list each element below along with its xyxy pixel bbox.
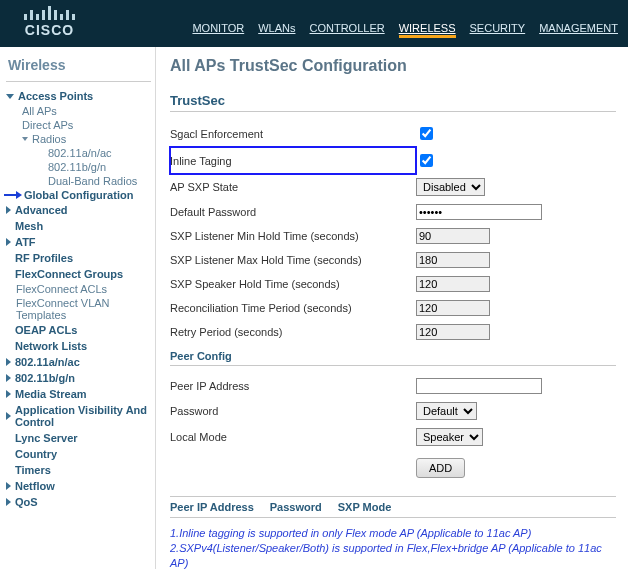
- retry-period-label: Retry Period (seconds): [170, 320, 416, 344]
- nav-wireless[interactable]: WIRELESS: [399, 22, 456, 38]
- chevron-right-icon: [6, 206, 11, 214]
- nav-controller[interactable]: CONTROLLER: [309, 22, 384, 38]
- chevron-right-icon: [6, 238, 11, 246]
- main-content: All APs TrustSec Configuration TrustSec …: [156, 47, 628, 569]
- sidebar-item-mesh[interactable]: Mesh: [6, 218, 151, 234]
- chevron-down-icon: [6, 94, 14, 99]
- sidebar-item-app-visibility[interactable]: Application Visibility And Control: [6, 402, 151, 430]
- sidebar-sub-radio-dual[interactable]: Dual-Band Radios: [48, 174, 151, 188]
- peer-password-select[interactable]: Default: [416, 402, 477, 420]
- sxp-min-hold-input[interactable]: [416, 228, 490, 244]
- chevron-right-icon: [6, 374, 11, 382]
- peer-config-form: Peer IP Address Password Default Local M…: [170, 374, 548, 482]
- chevron-right-icon: [6, 390, 11, 398]
- sidebar-item-lync[interactable]: Lync Server: [6, 430, 151, 446]
- chevron-right-icon: [6, 358, 11, 366]
- section-trustsec: TrustSec: [170, 93, 616, 112]
- ap-sxp-state-select[interactable]: Disabled: [416, 178, 485, 196]
- sidebar-item-country[interactable]: Country: [6, 446, 151, 462]
- peer-ip-input[interactable]: [416, 378, 542, 394]
- sidebar-item-access-points[interactable]: Access Points: [6, 88, 151, 104]
- inline-tagging-label: Inline Taging: [170, 147, 416, 174]
- peer-table-header: Peer IP Address Password SXP Mode: [170, 496, 616, 518]
- sxp-max-hold-label: SXP Listener Max Hold Time (seconds): [170, 248, 416, 272]
- chevron-right-icon: [6, 498, 11, 506]
- chevron-right-icon: [6, 482, 11, 490]
- retry-period-input[interactable]: [416, 324, 490, 340]
- nav-wlans[interactable]: WLANs: [258, 22, 295, 38]
- sxp-speaker-hold-input[interactable]: [416, 276, 490, 292]
- sidebar-sub-global-config[interactable]: Global Configuration: [24, 188, 133, 202]
- sgacl-label: Sgacl Enforcement: [170, 120, 416, 147]
- inline-tagging-checkbox[interactable]: [420, 154, 433, 167]
- nav-monitor[interactable]: MONITOR: [192, 22, 244, 38]
- sidebar-item-rf-profiles[interactable]: RF Profiles: [6, 250, 151, 266]
- sidebar-item-media-stream[interactable]: Media Stream: [6, 386, 151, 402]
- sidebar-item-80211b[interactable]: 802.11b/g/n: [6, 370, 151, 386]
- sidebar-item-label: RF Profiles: [15, 252, 73, 264]
- column-password: Password: [270, 501, 322, 513]
- sidebar-item-qos[interactable]: QoS: [6, 494, 151, 510]
- sidebar-item-label: Lync Server: [15, 432, 78, 444]
- brand-text: CISCO: [25, 22, 74, 38]
- sidebar-item-label: Radios: [32, 133, 66, 145]
- sidebar-item-label: ATF: [15, 236, 36, 248]
- chevron-down-icon: [22, 137, 28, 141]
- sidebar-item-label: Mesh: [15, 220, 43, 232]
- sidebar-item-label: Country: [15, 448, 57, 460]
- sidebar-item-label: Media Stream: [15, 388, 87, 400]
- column-sxp-mode: SXP Mode: [338, 501, 392, 513]
- footnote-1: 1.Inline tagging is supported in only Fl…: [170, 526, 616, 541]
- sxp-min-hold-label: SXP Listener Min Hold Time (seconds): [170, 224, 416, 248]
- local-mode-select[interactable]: Speaker: [416, 428, 483, 446]
- sidebar: Wireless Access Points All APs Direct AP…: [0, 47, 156, 569]
- default-password-input[interactable]: [416, 204, 542, 220]
- brand-logo: CISCO: [0, 2, 85, 44]
- sidebar-sub-radio-a[interactable]: 802.11a/n/ac: [48, 146, 151, 160]
- sidebar-sub-all-aps[interactable]: All APs: [22, 104, 151, 118]
- sgacl-checkbox[interactable]: [420, 127, 433, 140]
- local-mode-label: Local Mode: [170, 424, 416, 450]
- sidebar-item-80211a[interactable]: 802.11a/n/ac: [6, 354, 151, 370]
- sidebar-item-network-lists[interactable]: Network Lists: [6, 338, 151, 354]
- ap-sxp-state-label: AP SXP State: [170, 174, 416, 200]
- sidebar-item-label: 802.11a/n/ac: [15, 356, 80, 368]
- sxp-speaker-hold-label: SXP Speaker Hold Time (seconds): [170, 272, 416, 296]
- sidebar-sub-flex-acls[interactable]: FlexConnect ACLs: [16, 282, 151, 296]
- sidebar-item-atf[interactable]: ATF: [6, 234, 151, 250]
- sidebar-title: Wireless: [6, 53, 151, 82]
- sidebar-item-netflow[interactable]: Netflow: [6, 478, 151, 494]
- sidebar-item-timers[interactable]: Timers: [6, 462, 151, 478]
- chevron-right-icon: [6, 412, 11, 420]
- sidebar-sub-radio-b[interactable]: 802.11b/g/n: [48, 160, 151, 174]
- sidebar-item-oeap-acls[interactable]: OEAP ACLs: [6, 322, 151, 338]
- sidebar-sub-flex-vlan[interactable]: FlexConnect VLAN Templates: [16, 296, 151, 322]
- trustsec-form: Sgacl Enforcement Inline Taging AP SXP S…: [170, 120, 548, 344]
- footnotes: 1.Inline tagging is supported in only Fl…: [170, 526, 616, 569]
- sidebar-item-label: QoS: [15, 496, 38, 508]
- sidebar-sub-direct-aps[interactable]: Direct APs: [22, 118, 151, 132]
- top-nav: MONITOR WLANs CONTROLLER WIRELESS SECURI…: [192, 22, 628, 44]
- sidebar-sub-radios[interactable]: Radios: [22, 132, 151, 146]
- footnote-2: 2.SXPv4(Listener/Speaker/Both) is suppor…: [170, 541, 616, 569]
- nav-management[interactable]: MANAGEMENT: [539, 22, 618, 38]
- cisco-bars-icon: [24, 6, 75, 20]
- sidebar-item-label: Timers: [15, 464, 51, 476]
- nav-security[interactable]: SECURITY: [470, 22, 526, 38]
- sxp-max-hold-input[interactable]: [416, 252, 490, 268]
- sidebar-item-label: Application Visibility And Control: [15, 404, 151, 428]
- reconciliation-input[interactable]: [416, 300, 490, 316]
- svg-marker-1: [16, 191, 22, 199]
- reconciliation-label: Reconciliation Time Period (seconds): [170, 296, 416, 320]
- add-button[interactable]: ADD: [416, 458, 465, 478]
- peer-password-label: Password: [170, 398, 416, 424]
- sidebar-item-flex-groups[interactable]: FlexConnect Groups: [6, 266, 151, 282]
- column-peer-ip: Peer IP Address: [170, 501, 254, 513]
- sidebar-item-label: Access Points: [18, 90, 93, 102]
- sidebar-item-advanced[interactable]: Advanced: [6, 202, 151, 218]
- sidebar-item-label: Advanced: [15, 204, 68, 216]
- sidebar-item-label: 802.11b/g/n: [15, 372, 75, 384]
- section-peer-config: Peer Config: [170, 350, 616, 366]
- sidebar-item-label: OEAP ACLs: [15, 324, 77, 336]
- default-password-label: Default Password: [170, 200, 416, 224]
